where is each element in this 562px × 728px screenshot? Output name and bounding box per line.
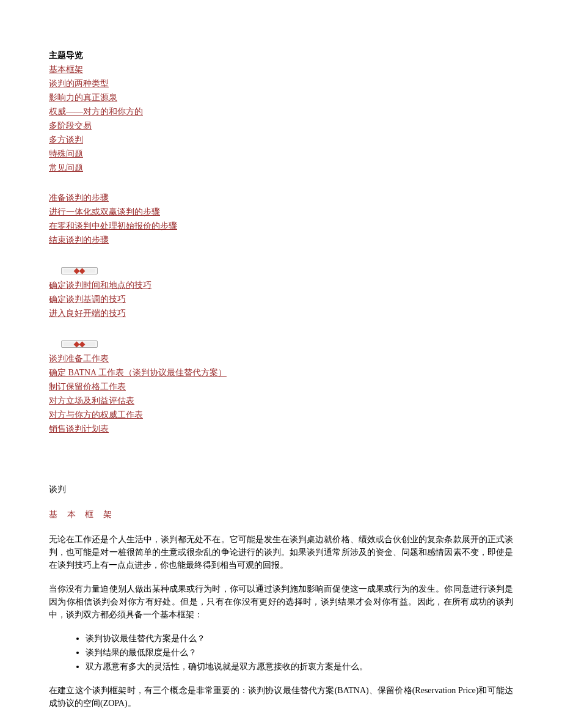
bullet-item: 谈判结果的最低限度是什么？	[86, 646, 513, 659]
section-heading: 基 本 框 架	[49, 508, 513, 521]
nav-link-multiparty[interactable]: 多方谈判	[49, 133, 83, 146]
nav-link-influence-source[interactable]: 影响力的真正源泉	[49, 91, 117, 104]
paragraph-3: 在建立这个谈判框架时，有三个概念是非常重要的：谈判协议最佳替代方案(BATNA)…	[49, 684, 513, 710]
nav-link-winwin-steps[interactable]: 进行一体化或双赢谈判的步骤	[49, 205, 160, 218]
section-divider-1	[61, 263, 513, 276]
nav-link-prep-steps[interactable]: 准备谈判的步骤	[49, 191, 109, 204]
section-divider-2	[61, 337, 513, 350]
nav-title: 主题导览	[49, 49, 513, 62]
nav-link-prep-worksheet[interactable]: 谈判准备工作表	[49, 352, 109, 365]
nav-link-good-start-tips[interactable]: 进入良好开端的技巧	[49, 307, 126, 320]
nav-link-time-place-tips[interactable]: 确定谈判时间和地点的技巧	[49, 279, 151, 292]
nav-link-batna-worksheet[interactable]: 确定 BATNA 工作表（谈判协议最佳替代方案）	[49, 366, 227, 379]
nav-link-two-types[interactable]: 谈判的两种类型	[49, 77, 109, 90]
divider-icon	[61, 340, 98, 348]
nav-group-2: 准备谈判的步骤 进行一体化或双赢谈判的步骤 在零和谈判中处理初始报价的步骤 结束…	[49, 191, 513, 246]
bullet-item: 谈判协议最佳替代方案是什么？	[86, 632, 513, 645]
bullet-list: 谈判协议最佳替代方案是什么？ 谈判结果的最低限度是什么？ 双方愿意有多大的灵活性…	[49, 632, 513, 673]
divider-icon	[61, 267, 98, 274]
nav-link-zerosum-steps[interactable]: 在零和谈判中处理初始报价的步骤	[49, 219, 177, 232]
nav-link-faq[interactable]: 常见问题	[49, 161, 83, 174]
nav-link-closing-steps[interactable]: 结束谈判的步骤	[49, 233, 109, 246]
nav-group-1: 基本框架 谈判的两种类型 影响力的真正源泉 权威——对方的和你方的 多阶段交易 …	[49, 63, 513, 174]
nav-link-tone-tips[interactable]: 确定谈判基调的技巧	[49, 293, 126, 306]
nav-link-basic-framework[interactable]: 基本框架	[49, 63, 83, 76]
topic-label: 谈判	[49, 483, 513, 496]
nav-link-authority-worksheet[interactable]: 对方与你方的权威工作表	[49, 408, 143, 421]
nav-link-position-worksheet[interactable]: 对方立场及利益评估表	[49, 394, 134, 407]
nav-group-3: 确定谈判时间和地点的技巧 确定谈判基调的技巧 进入良好开端的技巧	[49, 279, 513, 320]
nav-link-reservation-worksheet[interactable]: 制订保留价格工作表	[49, 380, 126, 393]
paragraph-2: 当你没有力量迫使别人做出某种成果或行为时，你可以通过谈判施加影响而促使这一成果或…	[49, 583, 513, 621]
nav-link-authority[interactable]: 权威——对方的和你方的	[49, 105, 143, 118]
nav-group-4: 谈判准备工作表 确定 BATNA 工作表（谈判协议最佳替代方案） 制订保留价格工…	[49, 352, 513, 435]
nav-link-sales-plan-worksheet[interactable]: 销售谈判计划表	[49, 422, 109, 435]
bullet-item: 双方愿意有多大的灵活性，确切地说就是双方愿意接收的折衷方案是什么。	[86, 660, 513, 673]
nav-link-multistage[interactable]: 多阶段交易	[49, 119, 92, 132]
paragraph-1: 无论在工作还是个人生活中，谈判都无处不在。它可能是发生在谈判桌边就价格、绩效或合…	[49, 533, 513, 572]
nav-link-special-issues[interactable]: 特殊问题	[49, 147, 83, 160]
